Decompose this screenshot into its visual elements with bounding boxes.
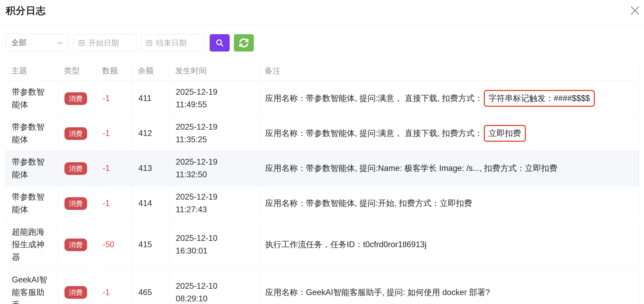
remark-highlight-box: 立即扣费 xyxy=(484,125,526,142)
remark-text: 应用名称：带参数智能体, 提问:满意， 直接下载, 扣费方式： xyxy=(265,94,483,103)
close-button[interactable] xyxy=(628,3,642,18)
type-badge: 消费 xyxy=(64,197,87,210)
filter-toolbar: 全部 xyxy=(0,25,644,52)
time-text: 08:29:10 xyxy=(176,292,252,304)
time-cell: 2025-12-10 08:29:10 xyxy=(169,268,259,304)
type-badge: 消费 xyxy=(64,127,87,140)
type-badge: 消费 xyxy=(64,92,87,105)
date-text: 2025-12-10 xyxy=(176,232,252,245)
remark-cell: 应用名称：带参数智能体, 提问:Name: 极客学长 Image: /s...,… xyxy=(259,151,639,186)
points-log-table: 主题 类型 数额 余额 发生时间 备注 带参数智能体 消费 -1 411 202… xyxy=(5,61,639,304)
time-text: 11:49:55 xyxy=(176,98,252,111)
remark-cell: 应用名称：带参数智能体, 提问:满意， 直接下载, 扣费方式：字符串标记触发：#… xyxy=(259,81,639,116)
subject-cell: 带参数智能体 xyxy=(6,151,58,186)
balance-cell: 465 xyxy=(132,268,169,304)
column-header-type: 类型 xyxy=(58,61,96,81)
start-date-input-box[interactable] xyxy=(73,34,136,52)
date-text: 2025-12-19 xyxy=(176,156,252,168)
time-text: 11:27:43 xyxy=(176,203,252,216)
column-header-amount: 数额 xyxy=(96,61,132,81)
type-badge: 消费 xyxy=(64,286,87,299)
type-badge: 消费 xyxy=(64,239,87,251)
date-text: 2025-12-19 xyxy=(176,121,252,133)
time-cell: 2025-12-19 11:32:50 xyxy=(169,151,259,186)
balance-cell: 412 xyxy=(132,116,169,151)
time-text: 11:32:50 xyxy=(176,168,252,181)
column-header-time: 发生时间 xyxy=(169,61,259,81)
search-icon xyxy=(215,38,224,48)
end-date-input-box[interactable] xyxy=(140,34,204,52)
refresh-icon xyxy=(239,38,249,48)
start-date-input[interactable] xyxy=(88,39,132,47)
dialog-header: 积分日志 xyxy=(0,0,644,25)
end-date-input[interactable] xyxy=(156,39,200,47)
subject-cell: 带参数智能体 xyxy=(6,116,58,151)
remark-text: 应用名称：带参数智能体, 提问:满意， 直接下载, 扣费方式： xyxy=(265,129,483,138)
remark-cell: 执行工作流任务，任务ID：t0cfrd0ror1tl6913j xyxy=(259,221,639,268)
subject-cell: GeekAI智能客服助手 xyxy=(6,268,58,304)
column-header-remark: 备注 xyxy=(259,61,639,81)
date-text: 2025-12-19 xyxy=(176,86,252,98)
page-title: 积分日志 xyxy=(6,4,638,17)
subject-cell: 带参数智能体 xyxy=(6,186,58,221)
close-icon xyxy=(630,5,641,16)
table-row: 超能跑海报生成神器 消费 -50 415 2025-12-10 16:30:01… xyxy=(6,221,639,268)
time-text: 16:30:01 xyxy=(176,245,252,257)
type-filter-select[interactable]: 全部 xyxy=(5,34,69,52)
table-header-row: 主题 类型 数额 余额 发生时间 备注 xyxy=(6,61,639,81)
balance-cell: 413 xyxy=(132,151,169,186)
amount-cell: -1 xyxy=(96,268,132,304)
time-text: 11:35:25 xyxy=(176,133,252,146)
type-filter-value: 全部 xyxy=(11,38,27,48)
table-row: 带参数智能体 消费 -1 412 2025-12-19 11:35:25 应用名… xyxy=(6,116,639,151)
balance-cell: 411 xyxy=(132,81,169,116)
search-button[interactable] xyxy=(210,34,230,52)
table-row: GeekAI智能客服助手 消费 -1 465 2025-12-10 08:29:… xyxy=(6,268,639,304)
type-badge: 消费 xyxy=(64,162,87,175)
column-header-balance: 余额 xyxy=(132,61,169,81)
balance-cell: 415 xyxy=(132,221,169,268)
calendar-icon xyxy=(145,39,153,47)
chevron-down-icon xyxy=(57,39,64,46)
time-cell: 2025-12-19 11:35:25 xyxy=(169,116,259,151)
subject-cell: 超能跑海报生成神器 xyxy=(6,221,58,268)
amount-cell: -1 xyxy=(96,186,132,221)
remark-cell: 应用名称：带参数智能体, 提问:满意， 直接下载, 扣费方式：立即扣费 xyxy=(259,116,639,151)
column-header-subject: 主题 xyxy=(6,61,58,81)
amount-cell: -1 xyxy=(96,116,132,151)
table-row: 带参数智能体 消费 -1 411 2025-12-19 11:49:55 应用名… xyxy=(6,81,639,116)
amount-cell: -50 xyxy=(96,221,132,268)
points-log-table-wrap: 主题 类型 数额 余额 发生时间 备注 带参数智能体 消费 -1 411 202… xyxy=(0,52,644,304)
time-cell: 2025-12-10 16:30:01 xyxy=(169,221,259,268)
remark-highlight-box: 字符串标记触发：####$$$$ xyxy=(484,90,595,107)
amount-cell: -1 xyxy=(96,151,132,186)
amount-cell: -1 xyxy=(96,81,132,116)
time-cell: 2025-12-19 11:49:55 xyxy=(169,81,259,116)
date-text: 2025-12-19 xyxy=(176,191,252,203)
calendar-icon xyxy=(78,39,85,47)
remark-cell: 应用名称：GeekAI智能客服助手, 提问: 如何使用 docker 部署? xyxy=(259,268,639,304)
date-text: 2025-12-10 xyxy=(176,280,252,292)
refresh-button[interactable] xyxy=(234,34,254,52)
time-cell: 2025-12-19 11:27:43 xyxy=(169,186,259,221)
subject-cell: 带参数智能体 xyxy=(6,81,58,116)
remark-cell: 应用名称：带参数智能体, 提问:开始, 扣费方式：立即扣费 xyxy=(259,186,639,221)
table-row: 带参数智能体 消费 -1 414 2025-12-19 11:27:43 应用名… xyxy=(6,186,639,221)
table-row: 带参数智能体 消费 -1 413 2025-12-19 11:32:50 应用名… xyxy=(6,151,639,186)
balance-cell: 414 xyxy=(132,186,169,221)
